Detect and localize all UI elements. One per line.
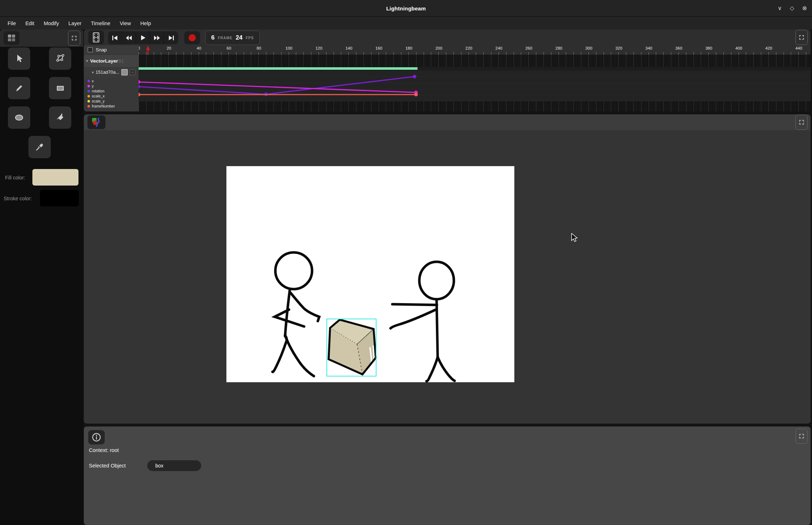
ruler-tick [483,52,484,55]
rewind-button[interactable] [122,31,136,44]
menu-file[interactable]: File [3,20,21,26]
tool-transform-button[interactable] [49,47,71,70]
selected-object-value[interactable]: box [147,460,201,471]
ruler-tick [686,52,686,55]
keyframe-dot-frameNumber[interactable] [139,93,140,96]
property-color-dot [87,90,90,92]
layer-span-bar[interactable] [139,67,418,70]
minimize-button[interactable]: ∨ [778,5,782,11]
menu-edit[interactable]: Edit [21,20,39,26]
property-label: x [92,79,94,83]
info-button[interactable] [88,430,105,444]
keyframe-dot-frameNumber[interactable] [414,93,418,96]
ruler-label: 40 [197,46,201,50]
stage[interactable] [226,166,514,382]
fill-color-swatch[interactable] [32,169,78,186]
tool-eyedropper-button[interactable] [28,136,51,158]
ruler-tick [184,52,184,55]
ruler-tick [461,52,461,55]
menu-layer[interactable]: Layer [64,20,86,26]
tool-select-button[interactable] [8,47,30,70]
ruler-tick [656,52,656,55]
record-button[interactable] [184,31,200,44]
timeline-film-button[interactable] [88,31,104,44]
ruler-tick [663,52,664,55]
frames-strip-top[interactable] [139,55,811,67]
ruler-tick [731,52,731,55]
menu-help[interactable]: Help [136,20,156,26]
sublayer-swatch-button[interactable] [121,69,128,76]
play-button[interactable] [136,31,150,44]
timeline-ruler[interactable]: 0204060801001201401601802002202402602803… [139,45,811,55]
timeline-tracks[interactable]: 0204060801001201401601802002202402602803… [139,45,811,111]
property-row-frameNumber[interactable]: frameNumber [84,104,139,109]
keyframe-dot-x[interactable] [413,75,416,78]
ruler-tick [604,52,604,55]
ruler-tick [641,52,641,55]
keyframe-dot-y[interactable] [139,80,140,84]
fast-forward-button[interactable] [150,31,164,44]
curve-x [139,77,415,94]
ruler-label: 260 [525,46,532,50]
context-expand-button[interactable] [795,429,808,444]
ellipse-icon [14,113,24,123]
snap-row: Snap [84,45,139,55]
ruler-tick [596,52,596,55]
tool-rectangle-button[interactable] [49,77,71,99]
maximize-button[interactable]: ◇ [790,5,794,11]
sublayer-caret-icon[interactable]: ▾ [92,70,94,75]
menu-modify[interactable]: Modify [39,20,64,26]
close-button[interactable]: ⊗ [802,5,807,11]
ruler-label: 400 [735,46,742,50]
timeline-body: Snap ▾ VectorLayer [L] ▾ 151ad70a... ~ x… [84,45,811,111]
keyframe-curves[interactable] [139,70,811,101]
property-row-rotation[interactable]: rotation [84,88,139,93]
property-color-dot [87,85,90,87]
sublayer-toggle-button[interactable]: ~ [130,69,135,75]
timeline-expand-button[interactable] [795,30,808,45]
ruler-tick [379,52,379,55]
ruler-tick [289,52,289,55]
ruler-tick [678,52,679,55]
stroke-color-swatch[interactable] [40,190,79,206]
tool-ellipse-button[interactable] [8,106,30,129]
layer-row-vectorlayer[interactable]: ▾ VectorLayer [L] [84,55,139,67]
ruler-label: 100 [285,46,292,50]
skip-to-start-button[interactable] [108,31,122,44]
ruler-label: 20 [167,46,171,50]
ruler-tick [723,52,724,55]
skip-to-end-button[interactable] [164,31,178,44]
playhead[interactable] [145,45,150,55]
select-cursor-icon [14,54,24,64]
ruler-tick [649,52,649,55]
info-icon [92,433,101,442]
frame-counter[interactable]: 6 FRAME 24 FPS [205,31,260,45]
ruler-tick [409,52,409,55]
keyframe-dot-x[interactable] [139,85,140,88]
ruler-tick [768,52,769,55]
frames-strip-bottom[interactable] [139,101,811,111]
property-row-x[interactable]: x [84,78,139,83]
tools-expand-button[interactable] [68,31,80,46]
panel-grid-button[interactable] [4,31,19,45]
stroke-color-label: Stroke color: [4,196,32,201]
scene-tab-button[interactable] [87,115,105,129]
tool-pencil-button[interactable] [8,77,30,99]
tool-paint-bucket-button[interactable] [49,106,71,129]
menu-view[interactable]: View [115,20,136,26]
property-row-y[interactable]: y [84,83,139,88]
snap-checkbox[interactable] [87,47,93,52]
canvas-expand-button[interactable] [795,115,808,130]
expand-icon [798,433,805,440]
layer-caret-icon[interactable]: ▾ [86,59,88,63]
property-row-scale_y[interactable]: scale_y [84,99,139,104]
menu-timeline[interactable]: Timeline [86,20,115,26]
ruler-tick [566,52,566,55]
layer-name: VectorLayer [90,58,118,64]
ruler-tick [326,52,326,55]
sublayer-row[interactable]: ▾ 151ad70a... ~ [84,67,139,78]
fast-forward-icon [154,35,160,41]
property-row-scale_x[interactable]: scale_x [84,93,139,99]
ruler-tick [559,52,559,55]
frame-label: FRAME [218,36,233,40]
